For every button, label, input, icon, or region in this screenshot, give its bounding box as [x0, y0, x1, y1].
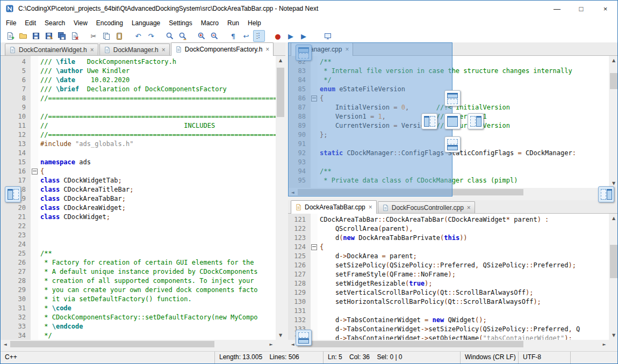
- line-number[interactable]: 22: [1, 222, 31, 231]
- code-line[interactable]: 121CDockAreaTabBar::CDockAreaTabBar(CDoc…: [288, 215, 609, 224]
- scroll-right-icon[interactable]: ►: [267, 340, 276, 348]
- menu-help[interactable]: Help: [243, 18, 265, 28]
- line-number[interactable]: 15: [1, 158, 31, 167]
- vertical-scrollbar[interactable]: ▲ ▼: [609, 56, 618, 188]
- line-number[interactable]: 27: [1, 267, 31, 276]
- code-line[interactable]: 134 d->TabsContainerWidget->setObjectNam…: [288, 334, 609, 340]
- close-tab-icon[interactable]: ×: [369, 204, 372, 210]
- line-number[interactable]: 11: [1, 121, 31, 130]
- line-number[interactable]: 125: [288, 252, 311, 261]
- line-number[interactable]: 7: [1, 85, 31, 94]
- save-all-button[interactable]: [56, 30, 68, 42]
- code-line[interactable]: 131: [288, 307, 609, 316]
- status-encoding[interactable]: UTF-8: [518, 352, 570, 363]
- save-file-button[interactable]: [30, 30, 42, 42]
- code-line[interactable]: 127 setFrameStyle(QFrame::NoFrame);: [288, 270, 609, 279]
- code-line[interactable]: 129 setVerticalScrollBarPolicy(Qt::Scrol…: [288, 288, 609, 297]
- line-number[interactable]: 33: [1, 322, 31, 331]
- line-number[interactable]: 5: [1, 67, 31, 76]
- find-button[interactable]: [164, 30, 176, 42]
- menu-edit[interactable]: Edit: [20, 18, 40, 28]
- container-drop-indicator-right[interactable]: [598, 186, 614, 202]
- tab-dockmanager-h[interactable]: DockManager.h×: [99, 43, 170, 55]
- code-line[interactable]: 5/// \author Uwe Kindler: [1, 67, 276, 76]
- line-number[interactable]: 12: [1, 130, 31, 140]
- line-number[interactable]: 129: [288, 288, 311, 297]
- tab-dockcomponentsfactory-h[interactable]: DockComponentsFactory.h×: [171, 42, 274, 56]
- open-file-button[interactable]: [17, 30, 29, 42]
- splitter-horizontal[interactable]: [288, 196, 618, 200]
- tab-dockfocuscontroller-cpp[interactable]: DockFocusController.cpp×: [378, 201, 475, 213]
- line-number[interactable]: 6: [1, 76, 31, 85]
- code-line[interactable]: 123 d(new DockAreaTabBarPrivate(this)): [288, 234, 609, 243]
- run-macro-multiple-button[interactable]: ▶: [298, 30, 310, 42]
- line-number[interactable]: 13: [1, 140, 31, 149]
- code-line[interactable]: 23: [1, 231, 276, 240]
- play-macro-button[interactable]: ▶: [285, 30, 297, 42]
- line-number[interactable]: 20: [1, 203, 31, 213]
- line-number[interactable]: 123: [288, 234, 311, 243]
- drop-area-indicator-right[interactable]: [468, 113, 484, 129]
- line-number[interactable]: 121: [288, 215, 311, 224]
- code-line[interactable]: 7/// \brief Declaration of DockComponent…: [1, 85, 276, 94]
- scrollbar-thumb[interactable]: [610, 73, 617, 89]
- code-line[interactable]: 132 d->TabsContainerWidget = new QWidget…: [288, 316, 609, 325]
- scroll-up-icon[interactable]: ▲: [276, 56, 285, 65]
- code-line[interactable]: 13#include "ads_globals.h": [1, 140, 276, 149]
- code-line[interactable]: 126 setSizePolicy(QSizePolicy::Preferred…: [288, 261, 609, 270]
- code-line[interactable]: 14: [1, 149, 276, 158]
- code-line[interactable]: 125 d->DockArea = parent;: [288, 252, 609, 261]
- fold-marker-icon[interactable]: [32, 169, 38, 174]
- code-line[interactable]: 16{: [1, 167, 276, 176]
- close-tab-icon[interactable]: ×: [265, 46, 269, 53]
- code-line[interactable]: 124{: [288, 243, 609, 252]
- code-line[interactable]: 32 * CDockComponentsFactory::setDefaultF…: [1, 313, 276, 322]
- menu-search[interactable]: Search: [40, 18, 69, 28]
- new-file-button[interactable]: [4, 30, 16, 42]
- record-macro-button[interactable]: ●: [272, 30, 284, 42]
- line-number[interactable]: 132: [288, 316, 311, 325]
- line-number[interactable]: 127: [288, 270, 311, 279]
- title-bar[interactable]: C:\CodingXP\cetoni_projects_64bit\QtAdva…: [1, 1, 617, 17]
- code-editor-left[interactable]: 4/// \file DockComponentsFactory.h5/// \…: [1, 56, 276, 340]
- scrollbar-thumb[interactable]: [10, 341, 214, 347]
- status-language[interactable]: C++: [1, 352, 214, 363]
- app-icon[interactable]: [5, 4, 14, 13]
- code-line[interactable]: 122 QScrollArea(parent),: [288, 224, 609, 234]
- code-line[interactable]: 31 * \code: [1, 304, 276, 313]
- code-line[interactable]: 20class CDockAreaWidget;: [1, 203, 276, 213]
- code-line[interactable]: 133 d->TabsContainerWidget->setSizePolic…: [288, 325, 609, 334]
- code-line[interactable]: 19class CDockAreaTabBar;: [1, 194, 276, 203]
- line-number[interactable]: 10: [1, 112, 31, 121]
- code-line[interactable]: 25/**: [1, 249, 276, 258]
- line-number[interactable]: 130: [288, 297, 311, 307]
- container-drop-indicator-bottom[interactable]: [296, 330, 312, 346]
- word-wrap-button[interactable]: ↩: [240, 30, 252, 42]
- scrollbar-thumb[interactable]: [277, 68, 284, 117]
- line-number[interactable]: 31: [1, 304, 31, 313]
- dock-windows-button[interactable]: [322, 30, 334, 42]
- code-line[interactable]: 34 */: [1, 331, 276, 340]
- code-line[interactable]: 18class CDockAreaTitleBar;: [1, 185, 276, 194]
- line-number[interactable]: 30: [1, 295, 31, 304]
- menu-language[interactable]: Language: [127, 18, 164, 28]
- line-number[interactable]: 23: [1, 231, 31, 240]
- close-button[interactable]: ×: [593, 1, 617, 17]
- scroll-right-icon[interactable]: ►: [600, 340, 609, 348]
- show-indent-guide-button[interactable]: [253, 30, 265, 42]
- scroll-up-icon[interactable]: ▲: [609, 56, 618, 65]
- line-number[interactable]: 128: [288, 279, 311, 288]
- code-line[interactable]: 28 * creation of all supported component…: [1, 276, 276, 286]
- code-line[interactable]: 9: [1, 103, 276, 112]
- code-line[interactable]: 8//=====================================…: [1, 94, 276, 103]
- zoom-in-button[interactable]: [196, 30, 207, 42]
- line-number[interactable]: 26: [1, 258, 31, 267]
- scroll-down-icon[interactable]: ▼: [276, 331, 285, 340]
- line-number[interactable]: 14: [1, 149, 31, 158]
- line-number[interactable]: 17: [1, 176, 31, 185]
- zoom-out-button[interactable]: [209, 30, 220, 42]
- code-line[interactable]: 12//====================================…: [1, 130, 276, 140]
- drop-area-indicator-center[interactable]: [444, 113, 461, 129]
- line-number[interactable]: 124: [288, 243, 311, 252]
- menu-settings[interactable]: Settings: [164, 18, 196, 28]
